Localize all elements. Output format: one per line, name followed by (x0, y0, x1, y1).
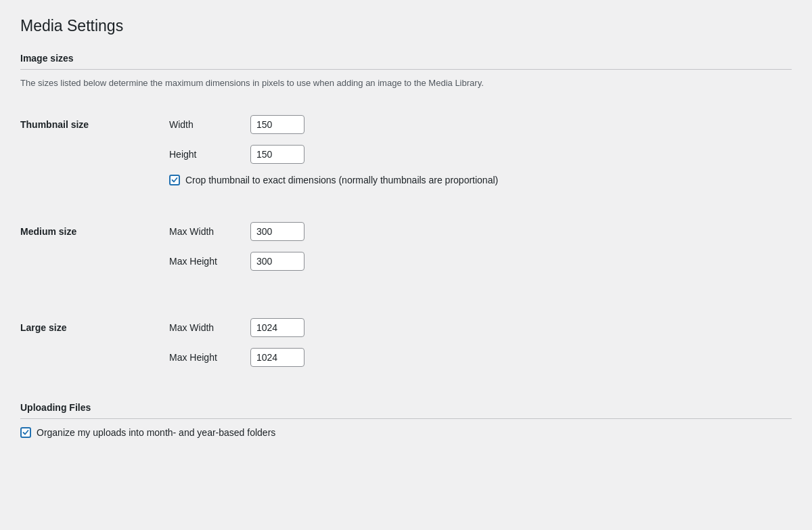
thumbnail-size-label: Thumbnail size (20, 107, 169, 194)
large-size-fields: Max Width Max Height (169, 310, 792, 386)
organize-uploads-label: Organize my uploads into month- and year… (37, 427, 275, 438)
thumbnail-width-label: Width (169, 119, 250, 130)
large-height-row: Max Height (169, 348, 792, 367)
medium-size-row: Medium size Max Width Max Height (20, 214, 792, 290)
thumbnail-crop-checkbox[interactable] (169, 175, 180, 185)
image-sizes-description: The sizes listed below determine the max… (20, 78, 792, 88)
large-size-row: Large size Max Width Max Height (20, 310, 792, 386)
organize-checkmark-icon (22, 429, 29, 436)
large-width-input[interactable] (250, 318, 304, 337)
large-height-input[interactable] (250, 348, 304, 367)
large-max-width-label: Max Width (169, 322, 250, 333)
thumbnail-width-row: Width (169, 115, 792, 134)
image-sizes-heading: Image sizes (20, 53, 792, 70)
medium-height-row: Max Height (169, 252, 792, 271)
medium-size-fields: Max Width Max Height (169, 214, 792, 290)
thumbnail-height-input[interactable] (250, 145, 304, 164)
medium-max-height-label: Max Height (169, 256, 250, 267)
thumbnail-size-fields: Width Height Crop thumbnail to exact dim… (169, 107, 792, 194)
thumbnail-width-input[interactable] (250, 115, 304, 134)
large-max-height-label: Max Height (169, 352, 250, 363)
thumbnail-crop-label: Crop thumbnail to exact dimensions (norm… (185, 175, 498, 185)
thumbnail-size-row: Thumbnail size Width Height Crop (20, 107, 792, 194)
uploading-organize-row: Organize my uploads into month- and year… (20, 427, 792, 438)
uploading-files-section: Uploading Files Organize my uploads into… (20, 402, 792, 438)
medium-max-width-label: Max Width (169, 226, 250, 237)
checkmark-icon (171, 177, 178, 183)
thumbnail-crop-row: Crop thumbnail to exact dimensions (norm… (169, 175, 792, 185)
large-width-row: Max Width (169, 318, 792, 337)
page-title: Media Settings (20, 16, 792, 37)
divider-2 (20, 290, 169, 310)
thumbnail-height-label: Height (169, 149, 250, 160)
uploading-files-heading: Uploading Files (20, 402, 792, 419)
organize-uploads-checkbox[interactable] (20, 427, 31, 438)
medium-width-row: Max Width (169, 222, 792, 241)
medium-height-input[interactable] (250, 252, 304, 271)
divider-1 (20, 194, 169, 214)
medium-size-label: Medium size (20, 214, 169, 290)
page-container: Media Settings Image sizes The sizes lis… (0, 0, 812, 530)
image-sizes-grid: Thumbnail size Width Height Crop (20, 107, 792, 386)
medium-width-input[interactable] (250, 222, 304, 241)
large-size-label: Large size (20, 310, 169, 386)
thumbnail-height-row: Height (169, 145, 792, 164)
